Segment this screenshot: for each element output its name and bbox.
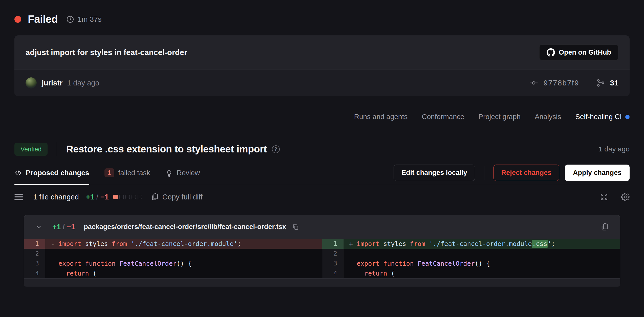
commit-meta: 9778b7f9 31 [529, 78, 618, 87]
failed-task-count-badge: 1 [104, 168, 115, 177]
tab-review-label: Review [177, 169, 200, 177]
code-text: export function FeatCancelOrder() { [45, 259, 322, 268]
apply-changes-button[interactable]: Apply changes [565, 165, 630, 181]
file-stats-separator: / [63, 223, 65, 231]
run-status-label: Failed [28, 13, 58, 25]
tab-failed-task[interactable]: 1 failed task [104, 161, 150, 185]
diff-line: 3 export function FeatCancelOrder() { [24, 259, 322, 268]
tab-proposed-changes[interactable]: Proposed changes [14, 161, 89, 185]
diff-line: 2 [24, 249, 322, 259]
workspace-nav: Runs and agents Conformance Project grap… [14, 112, 630, 122]
change-block [119, 195, 124, 199]
open-on-github-label: Open on GitHub [559, 49, 611, 56]
reject-changes-button[interactable]: Reject changes [493, 165, 559, 181]
clipboard-icon [151, 193, 159, 201]
diff-line: 1+ import styles from './feat-cancel-ord… [322, 239, 620, 249]
commit-card: adjust import for styles in feat-cancel-… [14, 35, 630, 96]
line-number: 2 [24, 249, 45, 259]
line-number: 1 [322, 239, 344, 249]
line-number: 2 [322, 249, 344, 259]
expand-fullscreen-icon[interactable] [600, 193, 608, 201]
gear-icon[interactable] [621, 193, 630, 201]
diff-split-view: 1- import styles from './feat-cancel-ord… [24, 239, 620, 278]
nav-self-healing-ci[interactable]: Self-healing CI [575, 113, 630, 121]
diff-line: 2 [322, 249, 620, 259]
github-icon [547, 48, 555, 57]
commit-card-meta-row: juristr 1 day ago 9778b7f9 31 [14, 70, 630, 96]
diff-line: 3 export function FeatCancelOrder() { [322, 259, 620, 268]
nav-self-healing-ci-label: Self-healing CI [575, 113, 622, 121]
commit-hash[interactable]: 9778b7f9 [543, 79, 579, 87]
lightbulb-icon [165, 169, 173, 177]
diff-pane-new: 1+ import styles from './feat-cancel-ord… [322, 239, 620, 278]
edit-changes-locally-button[interactable]: Edit changes locally [394, 165, 475, 181]
tab-proposed-changes-label: Proposed changes [26, 169, 89, 177]
nav-analysis[interactable]: Analysis [535, 113, 561, 121]
code-icon [14, 169, 22, 177]
author-avatar[interactable] [26, 77, 37, 88]
stats-separator: / [96, 193, 98, 201]
line-number: 1 [24, 239, 45, 249]
run-status-row: Failed 1m 37s [14, 12, 630, 26]
commit-time: 1 day ago [67, 79, 99, 87]
files-changed-label: 1 file changed [33, 193, 79, 201]
help-icon[interactable]: ? [272, 145, 280, 153]
code-text: return ( [45, 268, 322, 278]
branch-icon [596, 78, 605, 87]
tab-review[interactable]: Review [165, 161, 200, 185]
tab-failed-task-label: failed task [118, 169, 150, 177]
file-deletions: −1 [67, 223, 75, 231]
active-tab-underline [14, 184, 89, 185]
line-number: 3 [24, 259, 45, 268]
copy-full-diff-label: Copy full diff [162, 193, 203, 201]
notification-dot-icon [625, 115, 630, 119]
code-text: + import styles from './feat-cancel-orde… [344, 239, 620, 249]
line-number: 4 [322, 268, 344, 278]
change-blocks-indicator [113, 195, 142, 199]
diff-scrollbar-track[interactable] [24, 278, 620, 287]
divider [57, 142, 57, 156]
fix-tabs-row: Proposed changes 1 failed task Review Ed… [14, 161, 630, 185]
author-name: juristr [42, 79, 62, 87]
branch-count[interactable]: 31 [610, 79, 618, 87]
fix-actions: Edit changes locally Reject changes Appl… [394, 165, 630, 181]
diff-toolbar-right [600, 193, 630, 201]
fix-time: 1 day ago [598, 145, 630, 153]
file-additions: +1 [52, 223, 61, 231]
file-change-stats: +1 / −1 [52, 223, 75, 231]
diff-toolbar: 1 file changed +1 / −1 Copy full diff [14, 190, 630, 204]
change-block [113, 195, 118, 199]
diff-file-header: +1 / −1 packages/orders/feat-cancel-orde… [24, 215, 620, 239]
diff-file-panel: +1 / −1 packages/orders/feat-cancel-orde… [24, 215, 620, 287]
line-number: 4 [24, 268, 45, 278]
diff-pane-old: 1- import styles from './feat-cancel-ord… [24, 239, 322, 278]
change-block [125, 195, 130, 199]
chevron-down-icon[interactable] [35, 223, 42, 231]
run-duration: 1m 37s [77, 15, 101, 24]
change-block [132, 195, 136, 199]
nav-runs-and-agents[interactable]: Runs and agents [354, 113, 408, 121]
copy-path-icon[interactable] [292, 223, 299, 230]
copy-file-diff-icon[interactable] [600, 223, 609, 231]
deletions-count: −1 [100, 193, 109, 201]
nav-conformance[interactable]: Conformance [422, 113, 464, 121]
copy-full-diff-button[interactable]: Copy full diff [151, 193, 203, 201]
code-text [344, 249, 620, 259]
file-path: packages/orders/feat-cancel-order/src/li… [84, 223, 286, 231]
code-text: export function FeatCancelOrder() { [344, 259, 620, 268]
file-list-menu-icon[interactable] [14, 194, 23, 200]
diff-line: 1- import styles from './feat-cancel-ord… [24, 239, 322, 249]
commit-message: adjust import for styles in feat-cancel-… [26, 48, 187, 57]
failed-status-dot-icon [14, 16, 21, 23]
diff-line: 4 return ( [24, 268, 322, 278]
diff-line: 4 return ( [322, 268, 620, 278]
clock-icon [66, 15, 74, 23]
code-text [45, 249, 322, 259]
fix-heading-row: Verified Restore .css extension to style… [14, 140, 630, 158]
page-root: Failed 1m 37s adjust import for styles i… [0, 0, 644, 287]
open-on-github-button[interactable]: Open on GitHub [539, 44, 618, 60]
commit-card-header: adjust import for styles in feat-cancel-… [14, 35, 630, 70]
nav-project-graph[interactable]: Project graph [479, 113, 521, 121]
fix-title: Restore .css extension to stylesheet imp… [66, 144, 267, 155]
code-text: return ( [344, 268, 620, 278]
